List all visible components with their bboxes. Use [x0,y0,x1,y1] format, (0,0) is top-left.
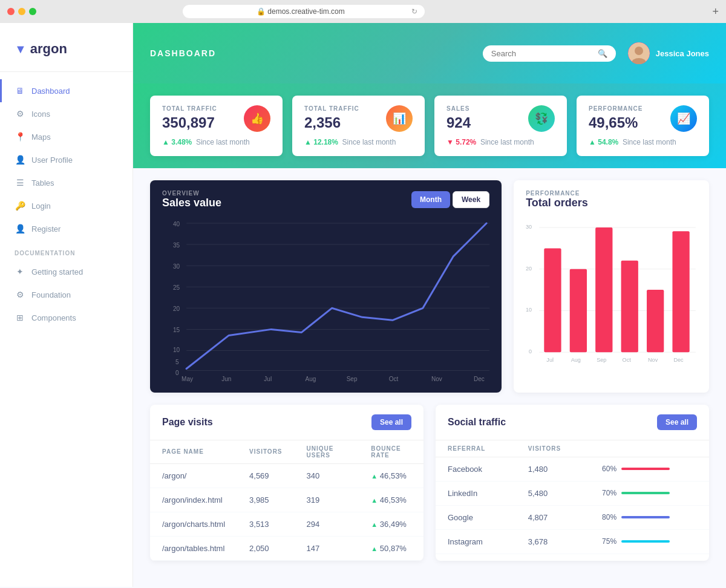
svg-rect-36 [544,248,561,352]
col-progress [590,440,709,457]
svg-point-1 [635,47,643,55]
page-visits-title: Page visits [162,417,213,428]
svg-text:10: 10 [526,307,532,313]
svg-text:Oct: Oct [623,357,632,363]
progress-percent: 80% [602,513,616,521]
progress-percent: 75% [602,537,616,546]
sidebar-item-user-profile[interactable]: 👤 User Profile [0,148,132,171]
logo-text: argon [30,41,67,57]
close-dot[interactable] [7,8,15,15]
progress-bar-google [621,516,670,518]
social-traffic-table: REFERRAL VISITORS Facebook 1,480 60% [436,440,709,554]
visitors-cell: 5,480 [516,481,590,505]
month-button[interactable]: Month [411,191,450,208]
svg-text:15: 15 [173,327,180,333]
minimize-dot[interactable] [18,8,25,15]
progress-cell: 60% [590,457,709,481]
logo-icon: ▼ [15,42,27,56]
sidebar-item-register[interactable]: 👤 Register [0,217,132,240]
progress-cell: 75% [590,529,709,554]
unique-cell: 319 [295,488,359,512]
unique-cell: 294 [295,512,359,536]
sidebar-logo: ▼ argon [0,35,132,71]
search-input[interactable] [491,49,593,58]
stat-value: 2,356 [304,114,359,131]
sidebar-item-dashboard[interactable]: 🖥 Dashboard [0,79,132,102]
sidebar-item-icons[interactable]: ⚙ Icons [0,102,132,125]
stat-card-total-traffic-1: TOTAL TRAFFIC 350,897 👍 ▲ 3.48% Since la… [150,96,283,156]
svg-text:Oct: Oct [389,376,399,382]
svg-text:Jun: Jun [221,376,231,382]
page-title: DASHBOARD [150,48,216,58]
stat-label: TOTAL TRAFFIC [162,105,217,112]
week-button[interactable]: Week [453,191,489,208]
sidebar-divider [0,71,132,72]
sidebar-item-foundation[interactable]: ⚙ Foundation [0,283,132,306]
page-name-cell: /argon/ [150,463,237,488]
svg-text:Dec: Dec [674,357,684,363]
page-name-cell: /argon/index.html [150,488,237,512]
orders-chart-card: PERFORMANCE Total orders 30 20 10 0 [514,180,709,393]
svg-text:0: 0 [529,348,532,354]
page-visits-see-all[interactable]: See all [371,414,411,430]
stat-value: 350,897 [162,114,217,131]
arrow-up-icon: ▲ [371,521,378,528]
bounce-cell: ▲ 36,49% [359,512,424,536]
sidebar-item-getting-started[interactable]: ✦ Getting started [0,260,132,283]
svg-text:0: 0 [175,370,179,376]
visitors-cell: 3,985 [237,488,295,512]
progress-cell: 70% [590,481,709,505]
svg-text:Sep: Sep [347,376,358,382]
sales-chart-card: OVERVIEW Sales value Month Week 40 35 30 [150,180,502,393]
new-tab-button[interactable]: + [712,5,719,18]
sidebar-item-label: Tables [31,178,54,188]
visitors-cell: 4,569 [237,463,295,488]
table-row: Google 4,807 80% [436,505,709,529]
visitors-cell: 1,480 [516,457,590,481]
browser-url: 🔒 demos.creative-tim.com ↻ [183,5,425,18]
svg-text:Sep: Sep [597,357,606,363]
page-name-cell: /argon/tables.html [150,536,237,560]
sales-chart-sub-label: OVERVIEW [162,190,221,197]
components-icon: ⊞ [15,312,25,323]
arrow-up-icon: ▲ [371,472,378,480]
sales-chart-container: 40 35 30 25 20 15 10 5 0 [150,214,502,393]
sidebar-item-components[interactable]: ⊞ Components [0,306,132,329]
foundation-icon: ⚙ [15,289,25,300]
col-visitors: VISITORS [237,440,295,463]
svg-rect-41 [673,231,690,352]
sidebar-item-login[interactable]: 🔑 Login [0,194,132,217]
progress-cell: 80% [590,505,709,529]
svg-text:10: 10 [173,347,180,353]
search-icon: 🔍 [598,49,607,58]
svg-text:20: 20 [173,305,180,312]
user-name: Jessica Jones [656,49,709,58]
svg-rect-39 [621,261,638,353]
stat-icon-performance: 📈 [670,105,697,132]
visitors-cell: 2,050 [237,536,295,560]
map-pin-icon: 📍 [15,131,25,142]
bounce-cell: ▲ 50,87% [359,536,424,560]
progress-bar-linkedin [621,492,670,494]
table-row: Instagram 3,678 75% [436,529,709,554]
visitors-cell: 3,678 [516,529,590,554]
stat-icon-chart: 📊 [386,105,413,132]
social-traffic-card: Social traffic See all REFERRAL VISITORS… [436,405,709,561]
fullscreen-dot[interactable] [29,8,36,15]
page-visits-card: Page visits See all PAGE NAME VISITORS U… [150,405,424,561]
sidebar-item-label: Maps [31,132,51,142]
social-traffic-see-all[interactable]: See all [657,414,697,430]
col-page-name: PAGE NAME [150,440,237,463]
table-row: Facebook 1,480 60% [436,457,709,481]
stat-change: ▲ 54.8% [589,138,618,146]
stat-change: ▼ 5.72% [446,138,476,146]
browser-dots [7,8,36,15]
progress-bar-instagram [621,540,670,543]
svg-text:35: 35 [173,242,180,249]
table-row: /argon/ 4,569 340 ▲ 46,53% [150,463,424,488]
progress-percent: 70% [602,489,616,497]
sales-chart-svg: 40 35 30 25 20 15 10 5 0 [156,214,495,384]
sidebar-item-tables[interactable]: ☰ Tables [0,171,132,194]
register-icon: 👤 [15,223,25,234]
sidebar-item-maps[interactable]: 📍 Maps [0,125,132,148]
